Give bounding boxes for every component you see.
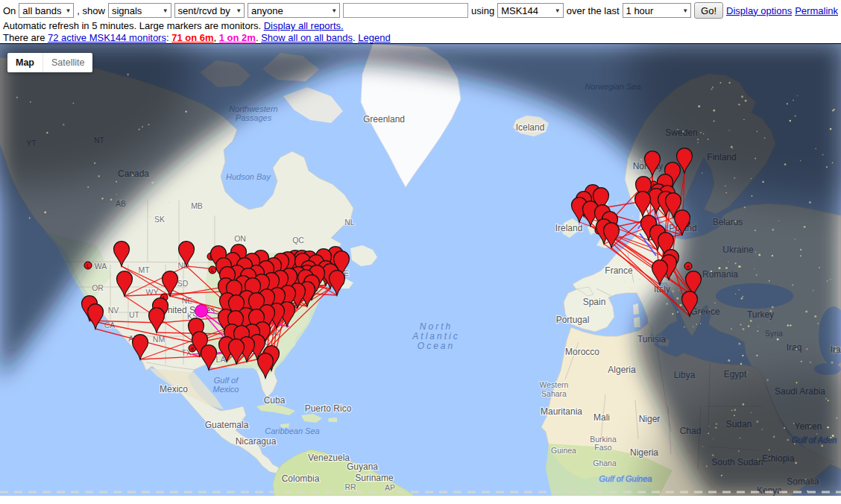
map-label: Guatemala xyxy=(205,420,249,430)
map-label: OR xyxy=(92,283,104,292)
map-label: Gulf of xyxy=(214,376,239,385)
map-canvas[interactable]: Map Satellite xyxy=(0,43,841,496)
callsign-input[interactable] xyxy=(343,3,468,18)
timespan-select[interactable]: 1 hour▼ xyxy=(623,3,692,18)
map-label: Greenland xyxy=(363,114,405,125)
active-monitors-link[interactable]: 72 active MSK144 monitors xyxy=(48,32,166,43)
map-type-control: Map Satellite xyxy=(7,53,92,72)
map-label: SK xyxy=(154,215,165,224)
show-label: , show xyxy=(77,5,105,16)
display-all-reports-link[interactable]: Display all reports. xyxy=(264,20,344,31)
legend-link[interactable]: Legend xyxy=(358,32,390,43)
map-label: AP xyxy=(385,483,395,492)
map-label: Puerto Rico xyxy=(305,403,352,414)
map-label: NV xyxy=(108,306,119,315)
map-label: Venezuela xyxy=(308,453,350,463)
map-label: QC xyxy=(292,236,304,245)
dropdown-arrow-icon: ▼ xyxy=(65,7,71,14)
dropdown-arrow-icon: ▼ xyxy=(331,7,337,14)
map-label: Colombia xyxy=(282,473,320,484)
svg-text:e: e xyxy=(687,264,690,269)
there-are-text: There are xyxy=(3,32,48,43)
over-last-label: over the last xyxy=(567,5,620,16)
band-select[interactable]: all bands▼ xyxy=(19,3,74,18)
map-label: Ocean xyxy=(418,341,455,351)
dropdown-arrow-icon: ▼ xyxy=(236,7,242,14)
map-label: Mali xyxy=(593,412,610,423)
map-label: Niger xyxy=(639,414,661,424)
world-map-svg[interactable]: CanadaYTNTABSKMBONQCNLNBPENSMEWAORMTWYNV… xyxy=(0,44,841,496)
monitors-line: There are 72 active MSK144 monitors: 71 … xyxy=(3,32,838,43)
map-label: Ireland xyxy=(555,223,583,233)
what-select[interactable]: signals▼ xyxy=(108,3,171,18)
show-all-bands-link[interactable]: Show all on all bands xyxy=(261,32,353,43)
report-marker[interactable]: L xyxy=(209,266,216,274)
pskreporter-page: { "header": { "row1": { "on_label": "On"… xyxy=(0,0,841,504)
mode-select[interactable]: MSK144▼ xyxy=(497,3,564,18)
map-label: Iceland xyxy=(516,122,545,133)
report-marker[interactable]: e xyxy=(684,262,692,270)
direction-select[interactable]: sent/rcvd by▼ xyxy=(174,3,245,18)
map-label: Suriname xyxy=(355,473,394,483)
svg-text:L: L xyxy=(86,263,89,268)
monitors-6m-link[interactable]: 71 on 6m xyxy=(171,32,213,43)
map-label: Mexico xyxy=(213,385,239,394)
who-select[interactable]: anyone▼ xyxy=(248,3,340,18)
on-label: On xyxy=(3,5,16,16)
map-tab[interactable]: Map xyxy=(7,53,42,72)
monitors-2m-link[interactable]: 1 on 2m xyxy=(219,32,256,43)
map-label: Western xyxy=(540,380,569,389)
map-label: Ghana xyxy=(593,459,617,467)
monitor-marker-2m[interactable] xyxy=(195,305,208,318)
refresh-text: Automatic refresh in 5 minutes. Large ma… xyxy=(3,20,264,31)
map-label: RR xyxy=(344,482,356,491)
svg-text:e: e xyxy=(191,346,194,351)
map-label: Mexico xyxy=(160,384,188,394)
display-options-link[interactable]: Display options xyxy=(726,5,792,16)
using-label: using xyxy=(471,5,494,16)
dropdown-arrow-icon: ▼ xyxy=(163,7,168,14)
map-label: North xyxy=(420,321,453,332)
map-label: Morocco xyxy=(565,347,599,357)
query-toolbar: On all bands▼ , show signals▼ sent/rcvd … xyxy=(3,1,838,19)
map-label: MB xyxy=(191,201,203,210)
satellite-tab[interactable]: Satellite xyxy=(42,53,92,72)
map-label: UT xyxy=(129,310,140,319)
map-label: Cuba xyxy=(264,395,286,406)
map-label: Algeria xyxy=(608,365,636,375)
map-label: Mauritania xyxy=(541,406,582,417)
svg-text:L: L xyxy=(211,268,214,273)
map-label: Portugal xyxy=(556,315,590,325)
go-button[interactable]: Go! xyxy=(694,2,723,19)
map-label: MT xyxy=(138,265,150,274)
map-label: Hudson Bay xyxy=(226,172,271,181)
map-label: Nicaragua xyxy=(236,436,277,447)
map-label: France xyxy=(605,265,633,276)
header: On all bands▼ , show signals▼ sent/rcvd … xyxy=(0,0,841,43)
dropdown-arrow-icon: ▼ xyxy=(555,7,561,14)
map-label: Spain xyxy=(583,297,606,307)
dropdown-arrow-icon: ▼ xyxy=(682,7,688,14)
map-label: Atlantic xyxy=(412,331,459,341)
status-line: Automatic refresh in 5 minutes. Large ma… xyxy=(3,20,838,31)
map-label: Caribbean Sea xyxy=(265,426,319,435)
map-label: Sahara xyxy=(541,389,567,398)
permalink-link[interactable]: Permalink xyxy=(795,5,838,16)
map-label: Guinea xyxy=(551,446,576,455)
map-label: Guyana xyxy=(347,462,378,472)
map-label: Faso xyxy=(594,443,612,452)
report-marker[interactable]: L xyxy=(84,262,92,269)
map-label: SD xyxy=(177,279,189,288)
map-label: WA xyxy=(95,262,107,271)
map-label: NL xyxy=(344,218,355,227)
map-label: ON xyxy=(234,234,246,243)
